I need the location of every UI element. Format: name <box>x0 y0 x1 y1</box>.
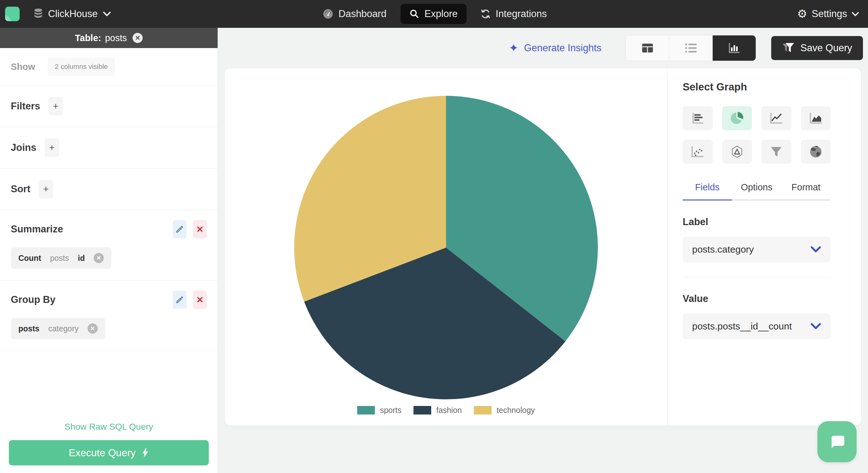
show-row: Show 2 columns visible <box>0 48 218 85</box>
tab-format[interactable]: Format <box>781 182 831 200</box>
graph-type-radar[interactable] <box>722 140 752 164</box>
execute-query-label: Execute Query <box>69 447 136 459</box>
lightning-icon <box>142 448 149 458</box>
radar-graph-icon <box>731 145 744 158</box>
filters-label: Filters <box>11 100 40 112</box>
show-label: Show <box>11 62 35 72</box>
nav-item-label: Integrations <box>496 8 547 20</box>
bar-graph-icon <box>691 112 704 124</box>
chevron-down-icon <box>810 246 821 253</box>
nav-item-dashboard[interactable]: Dashboard <box>323 8 386 20</box>
chart-legend: sportsfashiontechnology <box>357 406 535 415</box>
panel-divider <box>683 277 831 277</box>
chart-area: sportsfashiontechnology <box>225 68 667 425</box>
scatter-graph-icon <box>691 146 704 158</box>
tab-options[interactable]: Options <box>732 182 781 200</box>
aggregate-column: id <box>78 254 85 263</box>
remove-group-by-chip-button[interactable]: ✕ <box>88 323 98 334</box>
nav-item-label: Explore <box>425 8 458 20</box>
pie-chart <box>294 95 598 400</box>
database-selector[interactable]: ClickHouse <box>34 8 111 20</box>
sync-icon <box>480 9 491 19</box>
value-heading: Value <box>683 293 831 305</box>
group-by-chip: posts category ✕ <box>11 318 105 339</box>
database-name: ClickHouse <box>48 8 98 20</box>
graph-type-bar[interactable] <box>683 106 713 130</box>
generate-insights-button[interactable]: ✦ Generate Insights <box>509 41 601 55</box>
legend-swatch <box>357 406 375 414</box>
save-query-button[interactable]: Save Query <box>771 36 863 60</box>
show-raw-sql-link[interactable]: Show Raw SQL Query <box>9 422 209 432</box>
remove-table-button[interactable]: ✕ <box>132 33 143 43</box>
group-by-table: posts <box>18 324 39 333</box>
group-by-section: Group By ✕ posts category ✕ <box>0 280 218 351</box>
area-graph-icon <box>809 112 823 124</box>
chevron-down-icon <box>851 12 859 17</box>
globe-icon <box>809 145 823 158</box>
graph-type-funnel[interactable] <box>762 140 792 164</box>
graph-type-pie[interactable] <box>722 106 752 130</box>
sidebar-footer: Show Raw SQL Query Execute Query <box>0 417 218 473</box>
table-name: posts <box>105 33 127 43</box>
legend-label: sports <box>380 406 401 415</box>
table-view-icon <box>642 43 654 53</box>
sort-section: Sort + <box>0 168 218 210</box>
summarize-section: Summarize ✕ Count posts id ✕ <box>0 210 218 280</box>
graph-type-map[interactable] <box>801 140 831 164</box>
query-builder-sidebar: Table: posts ✕ Show 2 columns visible Fi… <box>0 28 218 473</box>
view-toggle-group <box>625 35 756 61</box>
chat-widget-button[interactable] <box>817 421 857 462</box>
value-select-value: posts.posts__id__count <box>692 321 792 332</box>
remove-group-by-button[interactable]: ✕ <box>193 290 207 309</box>
execute-query-button[interactable]: Execute Query <box>9 440 209 465</box>
bar-chart-view-icon <box>728 42 740 54</box>
tab-fields[interactable]: Fields <box>683 182 732 200</box>
joins-label: Joins <box>11 142 36 153</box>
remove-summarize-button[interactable]: ✕ <box>193 220 207 239</box>
graph-type-grid <box>683 106 831 164</box>
add-sort-button[interactable]: + <box>39 180 53 198</box>
app-logo[interactable] <box>5 7 20 21</box>
chevron-down-icon <box>103 11 111 17</box>
remove-aggregate-button[interactable]: ✕ <box>94 253 104 263</box>
add-join-button[interactable]: + <box>44 138 59 157</box>
sparkle-icon: ✦ <box>509 41 518 55</box>
label-select[interactable]: posts.category <box>683 236 831 262</box>
legend-label: technology <box>497 406 535 415</box>
graph-type-area[interactable] <box>801 106 831 130</box>
graph-type-line[interactable] <box>762 106 792 130</box>
aggregate-table: posts <box>50 254 69 263</box>
graph-settings-panel: Select Graph <box>667 68 861 425</box>
summarize-title: Summarize <box>11 224 63 235</box>
save-query-label: Save Query <box>800 42 852 54</box>
group-by-column: category <box>49 324 79 333</box>
summarize-chip: Count posts id ✕ <box>11 247 111 269</box>
value-select[interactable]: posts.posts__id__count <box>683 313 831 339</box>
edit-group-by-button[interactable] <box>173 290 187 309</box>
select-graph-title: Select Graph <box>683 81 831 93</box>
add-filter-button[interactable]: + <box>49 97 63 116</box>
gauge-icon <box>323 8 333 19</box>
view-list-button[interactable] <box>669 35 712 61</box>
view-table-button[interactable] <box>626 35 669 61</box>
group-by-title: Group By <box>11 294 55 306</box>
nav-item-integrations[interactable]: Integrations <box>480 8 547 20</box>
legend-swatch <box>413 406 431 414</box>
generate-insights-label: Generate Insights <box>524 42 602 54</box>
nav-item-explore[interactable]: Explore <box>400 4 467 24</box>
view-chart-button[interactable] <box>712 35 756 61</box>
label-select-value: posts.category <box>692 244 754 255</box>
sort-label: Sort <box>11 183 30 195</box>
filters-section: Filters + <box>0 85 218 127</box>
legend-item-fashion[interactable]: fashion <box>413 406 462 415</box>
legend-swatch <box>474 406 492 414</box>
settings-menu[interactable]: ⚙ Settings <box>797 0 859 28</box>
graph-type-scatter[interactable] <box>683 140 713 164</box>
legend-item-technology[interactable]: technology <box>474 406 535 415</box>
columns-visible-chip[interactable]: 2 columns visible <box>48 58 115 76</box>
chat-bubble-icon <box>827 432 847 451</box>
edit-summarize-button[interactable] <box>173 220 187 239</box>
main-content: ✦ Generate Insights <box>218 28 868 473</box>
chevron-down-icon <box>810 323 821 330</box>
legend-item-sports[interactable]: sports <box>357 406 401 415</box>
